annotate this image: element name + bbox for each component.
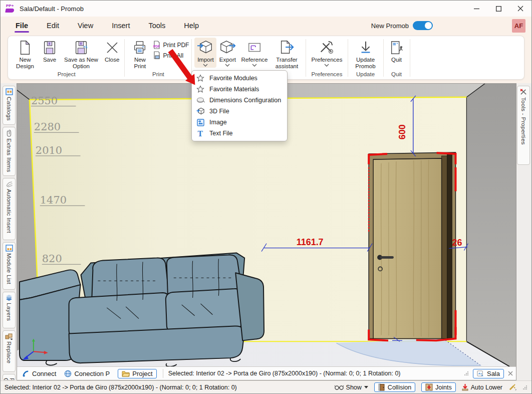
tab-label: Automatic Insert (6, 189, 12, 233)
menu-item-label: Favorite Materials (209, 86, 259, 93)
door[interactable] (369, 152, 455, 340)
connect-bar: Connect Conection P Project Selected: In… (17, 366, 516, 380)
auto-lower-label: Auto Lower (471, 384, 502, 391)
wrench-icon[interactable] (508, 383, 516, 391)
chevron-down-icon (252, 64, 257, 67)
door-leaf[interactable] (373, 158, 441, 338)
resize-grip-icon[interactable] (464, 371, 469, 376)
tab-automatic-insert[interactable]: Automatic Insert (3, 178, 16, 240)
signal-icon (22, 370, 30, 377)
menu-edit[interactable]: Edit (46, 20, 60, 32)
menu-help[interactable]: Help (183, 20, 200, 32)
preferences-button[interactable]: Preferences (309, 38, 345, 68)
minimize-icon[interactable] (465, 1, 487, 17)
menu-file[interactable]: File (15, 20, 29, 32)
menu-item-label: Favorite Modules (209, 75, 257, 82)
menu-item-text-file[interactable]: T Text File (192, 128, 287, 139)
print-all-label: Print All (163, 52, 183, 59)
new-promob-label: New Promob (371, 22, 409, 30)
catalogs-icon (6, 88, 13, 95)
svg-text:PDF: PDF (153, 45, 160, 48)
menu-view[interactable]: View (77, 20, 94, 32)
svg-text:2010: 2010 (36, 144, 62, 156)
close-sala-tab-icon[interactable] (508, 371, 513, 376)
tab-extras-items[interactable]: Extras Items (3, 127, 16, 176)
menu-tools[interactable]: Tools (147, 20, 166, 32)
tab-layers[interactable]: Layers (3, 292, 16, 328)
conection-p-label: Conection P (74, 370, 110, 377)
tab-label: Extras Items (6, 138, 12, 172)
menubar: File Edit View Insert Tools Help New Pro… (1, 17, 531, 35)
conection-p-button[interactable]: Conection P (64, 370, 110, 377)
new-print-button[interactable]: New Print (127, 38, 152, 71)
paperclip-icon (6, 129, 12, 137)
svg-text:+1: +1 (83, 45, 88, 49)
new-design-icon (17, 39, 33, 57)
save-button[interactable]: Save (39, 38, 60, 64)
menu-item-favorite-modules[interactable]: Favorite Modules (192, 73, 287, 84)
tape-measure-icon (196, 96, 205, 105)
group-label-quit: Quit (386, 71, 407, 79)
sala-tab[interactable]: Sala (473, 369, 504, 378)
project-label: Project (132, 370, 152, 377)
render-page-icon (477, 370, 484, 377)
tab-render-queue[interactable]: Render Qu (3, 374, 16, 380)
new-print-label: New Print (130, 57, 150, 70)
left-tab-strip: Catalogs Extras Items Automatic Insert M… (1, 83, 17, 380)
project-tab[interactable]: Project (118, 369, 156, 378)
right-wall[interactable] (466, 84, 516, 366)
menu-item-image[interactable]: Image (192, 117, 287, 128)
promob-logo-icon: PP+ (6, 4, 16, 14)
pdf-icon: PDF (152, 41, 161, 49)
menu-item-label: 3D File (209, 108, 229, 115)
ribbon-group-print: New Print PDF Print PDF Print All Print (127, 38, 189, 79)
reference-button[interactable]: Reference (238, 38, 270, 68)
auto-lower-button[interactable]: Auto Lower (462, 383, 502, 391)
close-x-icon (105, 39, 119, 57)
show-label: Show (346, 384, 362, 391)
resize-grip-icon[interactable] (522, 385, 527, 390)
collision-toggle-button[interactable]: Collision (374, 382, 415, 392)
new-design-button[interactable]: New Design (11, 38, 39, 71)
joints-toggle-button[interactable]: Joints (421, 382, 456, 392)
tab-replace[interactable]: Replace (3, 330, 16, 372)
star-icon (196, 85, 205, 94)
print-all-button[interactable]: Print All (152, 51, 189, 60)
tab-label: Replace (6, 341, 12, 363)
new-promob-toggle[interactable] (413, 21, 433, 30)
save-icon (42, 39, 58, 57)
tab-module-list[interactable]: Module List (3, 242, 16, 290)
transfer-assistant-button[interactable]: Transfer assistant (270, 38, 303, 71)
replace-icon (5, 333, 13, 340)
close-icon[interactable] (509, 1, 531, 17)
menu-item-dimensions-configuration[interactable]: Dimensions Configuration (192, 95, 287, 106)
export-button[interactable]: Export (216, 38, 238, 68)
window-title: Sala/Default - Promob (20, 5, 84, 13)
close-project-button[interactable]: Close (102, 38, 122, 64)
update-promob-button[interactable]: Update Promob (351, 38, 381, 71)
tab-label: Tools - Properties (520, 97, 526, 145)
avatar[interactable]: AF (512, 19, 525, 33)
tab-catalogs[interactable]: Catalogs (3, 86, 16, 125)
quit-button[interactable]: Quit (386, 38, 407, 64)
save-as-new-option-button[interactable]: +1 Save as New Option (60, 38, 102, 71)
menu-item-favorite-materials[interactable]: Favorite Materials (192, 84, 287, 95)
menu-item-label: Text File (209, 130, 233, 137)
export-label: Export (219, 57, 236, 63)
connect-button[interactable]: Connect (22, 370, 56, 377)
transfer-assistant-label: Transfer assistant (273, 57, 301, 70)
tab-tools-properties[interactable]: Tools - Properties (517, 86, 530, 165)
menu-insert[interactable]: Insert (111, 20, 131, 32)
print-pdf-button[interactable]: PDF Print PDF (152, 41, 189, 49)
download-arrow-icon (358, 39, 373, 57)
import-button[interactable]: Import (194, 38, 216, 68)
menu-item-3d-file[interactable]: 3D File (192, 106, 287, 117)
show-dropdown-button[interactable]: Show (335, 384, 368, 391)
quit-label: Quit (391, 57, 402, 63)
menu-item-label: Image (209, 119, 227, 126)
chevron-down-icon (364, 386, 368, 388)
import-cube-icon (197, 39, 214, 57)
printer-small-icon (152, 51, 161, 60)
maximize-icon[interactable] (487, 1, 509, 17)
image-icon (196, 118, 205, 127)
